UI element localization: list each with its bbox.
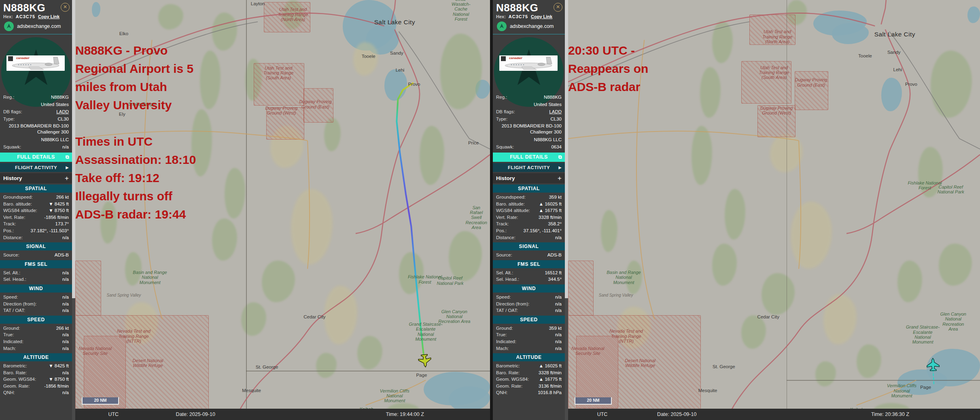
telemetry-value: n/a — [62, 369, 69, 376]
close-icon[interactable]: ✕ — [554, 3, 562, 12]
close-icon[interactable]: ✕ — [61, 3, 70, 12]
telemetry-section: SPATIAL Groundspeed: 266 kt Baro. altitu… — [0, 185, 72, 241]
statusbar-item: Date: 2025-09-10 — [176, 409, 215, 420]
section-rows: Source: ADS-B — [0, 250, 72, 259]
statusbar-item: UTC — [108, 409, 119, 420]
telemetry-row: Track: 173.7° — [3, 221, 69, 227]
telemetry-value: ▼ 8425 ft — [49, 201, 69, 208]
map-label: Mesquite — [242, 388, 261, 393]
aircraft-photo[interactable]: canadair — [499, 55, 558, 71]
info-value: N888KG LLC — [534, 136, 562, 143]
info-row: United States — [3, 101, 69, 108]
telemetry-label: Distance: — [3, 234, 23, 241]
telemetry-value: -1856 ft/min — [44, 214, 69, 221]
aircraft-icon[interactable] — [418, 354, 432, 368]
map-label: St. George — [256, 365, 278, 370]
telemetry-section: ALTITUDE Barometric: ▲ 16025 ft Baro. Ra… — [493, 353, 565, 397]
telemetry-row: Groundspeed: 359 kt — [496, 194, 562, 201]
telemetry-row: WGS84 altitude: ▼ 8750 ft — [3, 207, 69, 214]
sidebar-scrollbar[interactable] — [72, 0, 75, 420]
aircraft-registration-title: N888KG — [3, 2, 45, 14]
plus-icon[interactable]: + — [65, 173, 69, 183]
section-title: SPEED — [0, 316, 72, 324]
telemetry-value: 359 kt — [549, 194, 562, 201]
telemetry-row: Speed: n/a — [496, 294, 562, 301]
flight-activity-button[interactable]: FLIGHT ACTIVITY ▶ — [0, 163, 72, 172]
aircraft-photo[interactable]: canadair — [6, 55, 65, 71]
telemetry-row: QNH: n/a — [3, 389, 69, 396]
full-details-label: FULL DETAILS — [510, 154, 548, 160]
copy-link[interactable]: Copy Link — [531, 14, 552, 19]
scrollbar-thumb[interactable] — [72, 0, 75, 298]
plus-icon[interactable]: + — [558, 173, 562, 183]
telemetry-value: 37.156°, -111.401° — [524, 227, 562, 234]
section-title: ALTITUDE — [0, 353, 72, 361]
telemetry-label: Speed: — [496, 294, 511, 301]
copy-link[interactable]: Copy Link — [38, 14, 59, 19]
telemetry-row: Direction (from): n/a — [496, 301, 562, 308]
history-row[interactable]: History + — [493, 173, 565, 183]
telemetry-value: -1856 ft/min — [44, 383, 69, 390]
map-label: Utah Test and Training Range (North Area… — [276, 7, 310, 22]
map-label: Grand Staircase- Escalante National Monu… — [408, 322, 443, 342]
photo-logo-box — [501, 56, 506, 61]
history-label: History — [496, 175, 515, 181]
divider — [493, 34, 565, 34]
telemetry-row: True: n/a — [496, 331, 562, 338]
map-statusbar: UTCDate: 2025-09-10Time: 19:44:00 Z — [75, 409, 490, 420]
site-link[interactable]: adsbexchange.com — [17, 23, 61, 29]
telemetry-row: True: n/a — [3, 331, 69, 338]
telemetry-label: Groundspeed: — [496, 194, 526, 201]
flight-trail — [933, 369, 934, 384]
flight-activity-button[interactable]: FLIGHT ACTIVITY ▶ — [493, 163, 565, 172]
site-link[interactable]: adsbexchange.com — [510, 23, 554, 29]
telemetry-row: Baro. Rate: 3328 ft/min — [496, 369, 562, 376]
telemetry-row: Distance: n/a — [3, 234, 69, 241]
aircraft-info-rows: Reg.: N888KG United States DB flags: LAD… — [493, 93, 565, 151]
aircraft-sidebar: N888KG ✕ Hex: AC3C75 Copy Link adsbexcha… — [493, 0, 565, 420]
aircraft-registration-title: N888KG — [496, 2, 538, 14]
telemetry-value: 266 kt — [56, 194, 69, 201]
telemetry-value: 359 kt — [549, 325, 562, 332]
telemetry-label: Pos.: — [496, 227, 507, 234]
telemetry-value: 1016.8 hPa — [538, 389, 562, 396]
info-value: 0634 — [551, 143, 562, 151]
telemetry-label: Baro. Rate: — [3, 369, 27, 376]
info-value: CL30 — [58, 115, 69, 123]
telemetry-row: Geom. WGS84: ▲ 16775 ft — [496, 376, 562, 383]
scrollbar-thumb[interactable] — [565, 0, 568, 298]
chevron-right-icon: ▶ — [559, 163, 562, 172]
map-label: Utah Test and Training Range (North Area… — [760, 29, 795, 44]
telemetry-value: n/a — [62, 269, 69, 276]
telemetry-row: Sel. Head.: 344.5° — [496, 276, 562, 283]
section-title: SIGNAL — [493, 242, 565, 250]
telemetry-sections: SPATIAL Groundspeed: 266 kt Baro. altitu… — [0, 185, 72, 397]
telemetry-row: Baro. Rate: n/a — [3, 369, 69, 376]
history-row[interactable]: History + — [0, 173, 72, 183]
map-label: Vermilion Cliffs National Monument — [885, 383, 919, 398]
aircraft-sidebar: N888KG ✕ Hex: AC3C75 Copy Link adsbexcha… — [0, 0, 72, 420]
telemetry-row: Direction (from): n/a — [3, 301, 69, 308]
full-details-button[interactable]: FULL DETAILS ⧉ — [493, 153, 565, 162]
telemetry-row: Geom. Rate: 3136 ft/min — [496, 383, 562, 390]
full-details-button[interactable]: FULL DETAILS ⧉ — [0, 153, 72, 162]
map-label: Cedar City — [303, 314, 325, 319]
section-title: WIND — [0, 284, 72, 293]
hex-code: AC3C75 — [509, 14, 528, 19]
telemetry-value: ▲ 16025 ft — [539, 201, 562, 208]
telemetry-label: Direction (from): — [3, 301, 36, 308]
sidebar-scrollbar[interactable] — [565, 0, 568, 420]
map-canvas[interactable]: Salt Lake CitySandyTooeleLehiProvoCedar … — [568, 0, 980, 420]
map-label: Sandy — [390, 50, 403, 55]
aircraft-info-rows: Reg.: N888KG United States DB flags: LAD… — [0, 93, 72, 151]
telemetry-row: Mach: n/a — [3, 345, 69, 352]
annotation-line: miles from Utah — [75, 78, 196, 96]
aircraft-icon[interactable] — [927, 358, 940, 371]
map-canvas[interactable]: Salt Lake CityLaytonSandyTooeleLehiProvo… — [75, 0, 490, 420]
telemetry-row: Distance: n/a — [496, 234, 562, 241]
info-value: N888KG LLC — [41, 136, 69, 143]
telemetry-section: SPEED Ground: 266 kt True: n/a Indi — [0, 316, 72, 352]
telemetry-value: n/a — [62, 338, 69, 345]
section-rows: Speed: n/a Direction (from): n/a TAT / O… — [493, 293, 565, 314]
telemetry-row: TAT / OAT: n/a — [496, 307, 562, 314]
